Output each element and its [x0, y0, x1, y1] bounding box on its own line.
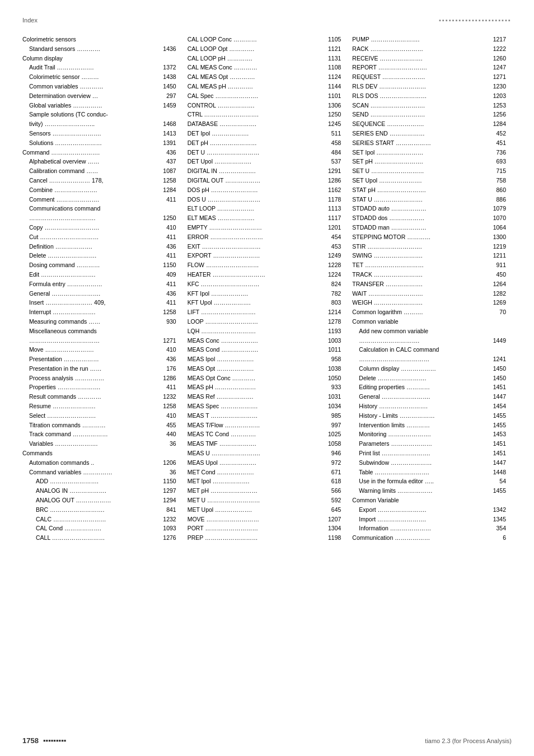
entry-number: 1093 [157, 524, 176, 533]
entry-label: CAL MEAS pH …………. [188, 82, 322, 91]
list-item: RLS DOS ……………………1203 [352, 91, 506, 101]
list-item: TRANSFER ……………….1264 [352, 279, 506, 289]
entry-label: CTRL ………………………. [188, 110, 322, 119]
list-item: Editing properties …………1451 [352, 382, 506, 392]
list-item: STDADD man ………………1064 [352, 223, 506, 232]
entry-number: 1124 [321, 72, 341, 82]
entry-number: 454 [321, 232, 341, 242]
entry-label: Use in the formula editor ….. [359, 477, 486, 486]
entry-label: HEATER ……………………… [188, 270, 322, 279]
list-item: Edit ……………………….409 [22, 270, 176, 279]
entry-label: SET Ipol …………………… [352, 148, 486, 157]
entry-label: MEAS Cond ………………. [188, 345, 322, 354]
entry-number: 946 [321, 449, 341, 458]
entry-label: Warning limits ……………… [359, 486, 486, 496]
entry-number: 1271 [157, 336, 176, 346]
entry-number: 985 [321, 411, 341, 421]
list-item: RACK ………………………1222 [352, 44, 506, 54]
list-item: CAL Spec ………………….1101 [188, 91, 341, 101]
entry-number: 436 [157, 242, 176, 251]
list-item: Sample solutions (TC conduc- [22, 110, 176, 119]
entry-number: 411 [157, 251, 176, 260]
entry-number: 1450 [157, 82, 176, 91]
list-item: RLS DEV ……………………1230 [352, 82, 506, 91]
list-item: EXPORT ……………………1249 [188, 251, 341, 260]
entry-label: Command ……………………. [22, 148, 157, 157]
list-item: PREP ………………………1198 [188, 533, 341, 543]
entry-number: 1101 [321, 91, 341, 101]
entry-label: TRANSFER ………………. [352, 279, 486, 289]
entry-label: MEAS U ……………………. [188, 449, 322, 458]
list-item: Variables ………………….36 [22, 439, 176, 449]
entry-label: Monitoring …………………. [359, 430, 486, 439]
entry-label: CAL Spec …………………. [188, 91, 322, 101]
entry-number: 437 [157, 157, 176, 166]
entry-label: KFC ………………………… [188, 279, 322, 289]
entry-number: 410 [157, 345, 176, 354]
entry-number: 1224 [321, 270, 341, 279]
list-item: General …………………….436 [22, 289, 176, 298]
entry-number: 36 [157, 439, 176, 449]
entry-number: 860 [486, 185, 506, 195]
list-item: Comment ………………….411 [22, 195, 176, 204]
entry-label: TRACK ……………………. [352, 270, 486, 279]
entry-number: 440 [157, 430, 176, 439]
entry-number: 958 [321, 354, 341, 364]
list-item: DIGITAL OUT ………………1286 [188, 176, 341, 185]
list-item: History - Limits ………………1455 [352, 411, 506, 421]
entry-number: 1117 [321, 213, 341, 223]
entry-number: 930 [157, 317, 176, 326]
entry-label: MET pH …………………… [188, 486, 322, 496]
list-item: MEAS T ……………………985 [188, 411, 341, 421]
list-item: MEAS TMF ……………….1058 [188, 439, 341, 449]
entry-number: 1291 [321, 166, 341, 176]
entry-label: FLOW ……………………… [188, 260, 322, 270]
entry-label: Automation commands .. [29, 458, 157, 468]
entry-number: 1222 [486, 44, 506, 54]
list-item: Formula entry ………………411 [22, 279, 176, 289]
list-item: Titration commands …………455 [22, 421, 176, 430]
list-item: CALC ………………………1232 [22, 515, 176, 524]
list-item: DET pH ……………………458 [188, 138, 341, 148]
entry-number: 1258 [157, 402, 176, 411]
entry-number: 1121 [321, 44, 341, 54]
entry-label: MEAS Opt Conc ………… [188, 374, 322, 383]
entry-label: ……………………………. [29, 213, 157, 223]
list-item: MEAS T/Flow ………………997 [188, 421, 341, 430]
entry-label: SEQUENCE ………………. [352, 119, 486, 129]
entry-number: 1253 [486, 101, 506, 110]
entry-number: 1264 [486, 279, 506, 289]
list-item: LQH ……………………….1193 [188, 326, 341, 336]
entry-label: Comment …………………. [29, 195, 157, 204]
entry-number: 1297 [157, 486, 176, 496]
entry-number: 1372 [157, 63, 176, 72]
list-item: WEIGH …………………….1269 [352, 298, 506, 307]
list-item: SEND ……………………….1256 [352, 110, 506, 119]
footer-dots: ▪▪▪▪▪▪▪▪▪ [43, 736, 66, 745]
entry-number: 1455 [486, 421, 506, 430]
entry-label: SERIES END ……………… [352, 129, 486, 138]
entry-label: ELT LOOP ………………. [188, 204, 322, 213]
entry-number: 841 [157, 505, 176, 515]
entry-number: 1178 [321, 195, 341, 204]
list-item: MEAS Opt Conc …………1050 [188, 374, 341, 383]
list-item: DET Upol ……………….537 [188, 157, 341, 166]
page-footer: 1758 ▪▪▪▪▪▪▪▪▪ tiamo 2.3 (for Process An… [22, 736, 512, 745]
entry-label: Import ……………………. [359, 515, 486, 524]
list-item: EMPTY ………………………1201 [188, 223, 341, 232]
entry-label: CAL Cond ………………. [36, 524, 157, 533]
list-item: ELT LOOP ……………….1113 [188, 204, 341, 213]
list-item: Command …………………….436 [22, 148, 176, 157]
entry-label: STEPPING MOTOR ………… [352, 232, 486, 242]
list-item: Properties ………………….411 [22, 382, 176, 392]
entry-number: 736 [486, 148, 506, 157]
entry-number: 1198 [321, 533, 341, 543]
entry-label: MOVE ……………………… [188, 515, 322, 524]
list-item: Process analysis ……………1286 [22, 374, 176, 383]
header-title: Index [22, 17, 38, 24]
header-dots: ▪▪▪▪▪▪▪▪▪▪▪▪▪▪▪▪▪▪▪▪▪▪ [439, 17, 512, 24]
entry-number: 671 [321, 468, 341, 477]
list-item: SET Upol ………………….758 [352, 176, 506, 185]
entry-number: 886 [486, 195, 506, 204]
entry-number: 1450 [486, 364, 506, 374]
